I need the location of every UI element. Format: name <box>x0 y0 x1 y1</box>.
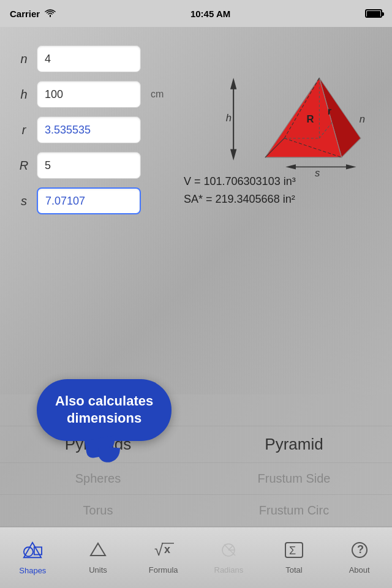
list-item-frustum-side[interactable]: Frustum Side <box>196 463 392 494</box>
n-row: n <box>18 45 165 72</box>
h-row: h cm <box>18 81 165 108</box>
tab-shapes[interactable]: Shapes <box>0 527 66 588</box>
surface-result: SA* = 219.3405668 in² <box>184 193 368 206</box>
s-row: s <box>18 187 165 214</box>
about-icon: ? <box>349 541 370 562</box>
R-label: R <box>18 159 29 173</box>
svg-marker-8 <box>230 78 236 89</box>
svg-marker-16 <box>346 164 356 169</box>
tab-total[interactable]: Σ Total <box>262 527 327 588</box>
main-content: n h cm r R <box>0 27 392 527</box>
h-unit: cm <box>151 89 164 100</box>
tab-bar: Shapes Units √ x Formula <box>0 527 392 588</box>
tab-units-label: Units <box>89 565 107 575</box>
battery-icon <box>365 9 382 18</box>
tab-about-label: About <box>349 565 370 575</box>
svg-text:x: x <box>164 543 170 556</box>
list-item-empty1 <box>196 394 392 426</box>
svg-marker-15 <box>285 164 296 169</box>
svg-text:R: R <box>307 113 314 125</box>
tab-total-label: Total <box>285 565 302 575</box>
s-label: s <box>18 194 29 208</box>
speech-bubble: Also calculates dimensions <box>37 379 172 441</box>
tab-units[interactable]: Units <box>66 527 131 588</box>
radians-icon <box>218 541 239 562</box>
shapes-icon <box>23 540 42 562</box>
tab-radians: Radians <box>196 527 262 588</box>
h-input[interactable] <box>37 81 141 108</box>
status-left: Carrier <box>10 9 56 19</box>
svg-text:r: r <box>328 105 332 117</box>
list-item-frustum-circ[interactable]: Frustum Circ <box>196 495 392 526</box>
r-input[interactable] <box>37 116 141 143</box>
n-label: n <box>18 52 29 66</box>
svg-text:Σ: Σ <box>289 545 296 557</box>
h-label: h <box>18 88 29 102</box>
inputs-column: n h cm r R <box>18 45 178 217</box>
bubble-text: Also calculates dimensions <box>55 393 153 426</box>
right-column: h R r n s <box>178 45 374 217</box>
svg-marker-3 <box>265 78 342 157</box>
list-item-spheres[interactable]: Spheres <box>0 463 196 494</box>
svg-text:h: h <box>226 112 232 124</box>
r-label: r <box>18 123 29 137</box>
units-icon <box>88 541 108 562</box>
pyramid-diagram: h R r n s <box>214 39 380 183</box>
tab-formula-label: Formula <box>149 565 178 575</box>
tab-shapes-label: Shapes <box>19 566 46 575</box>
R-row: R <box>18 152 165 179</box>
svg-text:n: n <box>360 113 365 125</box>
n-input[interactable] <box>37 45 141 72</box>
status-bar: Carrier 10:45 AM <box>0 0 392 27</box>
R-input[interactable] <box>37 152 141 179</box>
wifi-icon <box>45 9 56 19</box>
tab-formula[interactable]: √ x Formula <box>130 527 196 588</box>
s-input[interactable] <box>37 187 141 214</box>
tab-about[interactable]: ? About <box>326 527 392 588</box>
svg-marker-9 <box>230 149 236 160</box>
list-item-torus[interactable]: Torus <box>0 495 196 526</box>
list-row-spheres: Spheres Frustum Side <box>0 463 392 495</box>
svg-marker-24 <box>91 543 105 556</box>
total-icon: Σ <box>284 541 304 562</box>
carrier-label: Carrier <box>10 9 40 19</box>
formula-icon: √ x <box>153 541 174 562</box>
list-item-pyramid[interactable]: Pyramid <box>196 426 392 462</box>
list-row-torus: Torus Frustum Circ <box>0 495 392 527</box>
volume-result: V = 101.706303103 in³ <box>184 175 368 188</box>
time-label: 10:45 AM <box>190 9 230 19</box>
svg-text:?: ? <box>357 543 364 556</box>
tab-radians-label: Radians <box>214 565 244 575</box>
r-row: r <box>18 116 165 143</box>
